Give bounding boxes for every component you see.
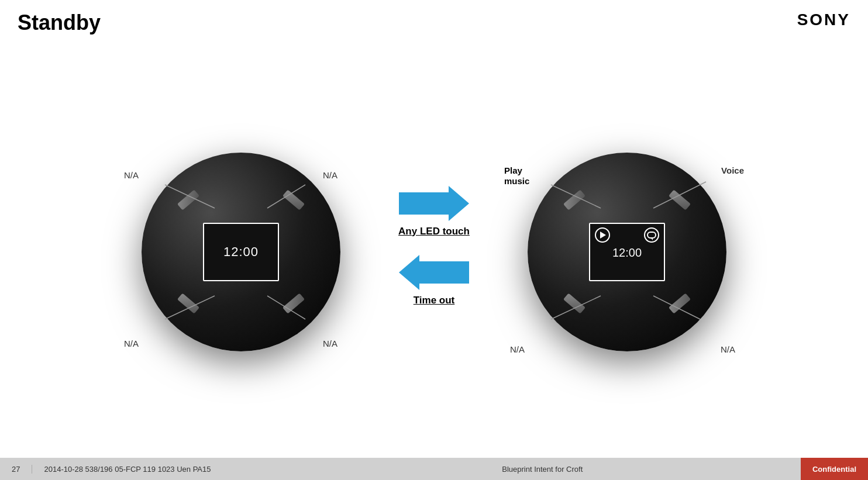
footer-meta: 2014-10-28 538/196 05-FCP 119 1023 Uen P… (44, 465, 211, 474)
left-label-top-left: N/A (124, 170, 139, 180)
right-led-pad-tr[interactable] (669, 190, 691, 210)
left-label-top-right: N/A (323, 170, 337, 180)
sony-logo: SONY (797, 11, 850, 29)
led-pad-tl[interactable] (177, 190, 199, 210)
header: Standby SONY (18, 11, 850, 35)
right-device-wrapper: 12:00 Playmusic Voice N/A N/A (498, 118, 756, 386)
backward-arrow-group: Time out (399, 255, 469, 306)
left-label-bottom-left: N/A (124, 339, 139, 348)
right-label-bottom-left: N/A (510, 344, 525, 354)
right-device: 12:00 (504, 126, 750, 378)
forward-arrow-head (449, 186, 469, 221)
right-sphere: 12:00 (528, 153, 726, 351)
forward-arrow-label: Any LED touch (398, 226, 470, 237)
footer-doc: Blueprint Intent for Croft (228, 465, 856, 474)
left-device-wrapper: 12:00 N/A N/A N/A N/A (112, 118, 370, 386)
chat-icon-circle (644, 227, 659, 243)
backward-arrow-head (399, 255, 419, 290)
left-sphere-screen: 12:00 (203, 223, 279, 281)
forward-arrow-group: Any LED touch (398, 186, 470, 237)
led-pad-tr[interactable] (283, 190, 305, 210)
play-icon-circle (595, 227, 610, 243)
led-pad-bl[interactable] (177, 293, 199, 313)
right-led-pad-br[interactable] (669, 293, 691, 313)
chat-bubble (647, 232, 656, 239)
left-label-bottom-right: N/A (323, 339, 337, 348)
play-triangle (600, 232, 606, 239)
backward-arrow-body (416, 261, 469, 284)
page-title: Standby (18, 11, 101, 35)
right-label-bottom-right: N/A (721, 344, 735, 354)
footer-page: 27 (12, 465, 32, 474)
right-label-top-right: Voice (721, 165, 744, 175)
right-sphere-screen: 12:00 (589, 223, 665, 281)
right-label-top-left: Playmusic (504, 165, 529, 187)
main-content: 12:00 N/A N/A N/A N/A Any L (0, 53, 868, 451)
footer-confidential: Confidential (801, 458, 868, 480)
right-led-pad-tl[interactable] (563, 190, 585, 210)
led-pad-br[interactable] (283, 293, 305, 313)
left-sphere: 12:00 (142, 153, 340, 351)
footer: 27 2014-10-28 538/196 05-FCP 119 1023 Ue… (0, 458, 868, 480)
screen-icons-row (590, 224, 664, 244)
forward-arrow-body (399, 192, 452, 215)
backward-arrow-label: Time out (414, 295, 455, 306)
left-time-display: 12:00 (223, 244, 259, 260)
backward-arrow (399, 255, 469, 290)
arrows-section: Any LED touch Time out (370, 186, 498, 306)
right-time-display: 12:00 (590, 244, 664, 260)
forward-arrow (399, 186, 469, 221)
right-led-pad-bl[interactable] (563, 293, 585, 313)
